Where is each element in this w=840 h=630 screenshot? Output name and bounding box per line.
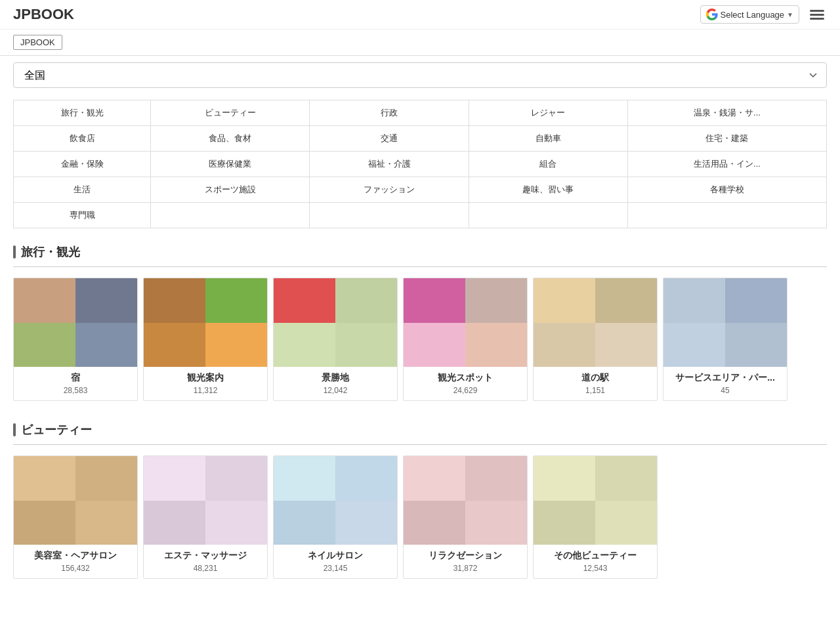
- breadcrumb-item[interactable]: JPBOOK: [13, 35, 62, 50]
- card-beauty-4[interactable]: リラクゼーション 31,872: [403, 455, 528, 579]
- card-kanko-spot[interactable]: 観光スポット 24,629: [403, 278, 528, 401]
- card-service-area-name: サービスエリア・パー...: [669, 372, 782, 384]
- card-michi-no-eki-image: [534, 278, 657, 367]
- category-empty-1: [151, 203, 310, 228]
- card-kanko-annai-name: 観光案内: [149, 372, 262, 384]
- category-sports[interactable]: スポーツ施設: [151, 177, 310, 203]
- card-beauty-1[interactable]: 美容室・ヘアサロン 156,432: [13, 455, 138, 579]
- card-beauty-5-count: 12,543: [539, 564, 652, 573]
- language-select-label: Select Language: [721, 10, 785, 20]
- card-yado-name: 宿: [19, 372, 132, 384]
- card-beauty-1-image: [14, 456, 137, 545]
- card-keishochi-count: 12,042: [279, 386, 392, 395]
- beauty-divider: [13, 444, 827, 445]
- card-yado-count: 28,583: [19, 386, 132, 395]
- category-admin[interactable]: 行政: [310, 100, 469, 126]
- card-yado[interactable]: 宿 28,583: [13, 278, 138, 401]
- region-selector[interactable]: 全国: [13, 62, 827, 88]
- category-hobby[interactable]: 趣味、習い事: [469, 177, 627, 203]
- card-beauty-5-image: [534, 456, 657, 545]
- google-icon: [706, 9, 718, 20]
- category-leisure[interactable]: レジャー: [469, 100, 627, 126]
- category-row-3: 金融・保険 医療保健業 福祉・介護 組合 生活用品・イン...: [14, 152, 827, 177]
- card-kanko-annai[interactable]: 観光案内 11,312: [143, 278, 268, 401]
- category-union[interactable]: 組合: [469, 152, 627, 177]
- card-keishochi[interactable]: 景勝地 12,042: [273, 278, 398, 401]
- language-selector[interactable]: Select Language ▼: [700, 5, 800, 24]
- card-service-area[interactable]: サービスエリア・パー... 45: [663, 278, 788, 401]
- category-school[interactable]: 各種学校: [627, 177, 826, 203]
- card-service-area-image: [663, 278, 787, 367]
- category-empty-4: [627, 203, 826, 228]
- category-empty-3: [469, 203, 627, 228]
- card-beauty-1-name: 美容室・ヘアサロン: [19, 550, 132, 562]
- card-kanko-spot-name: 観光スポット: [409, 372, 522, 384]
- card-beauty-5[interactable]: その他ビューティー 12,543: [533, 455, 658, 579]
- card-beauty-2-name: エステ・マッサージ: [149, 550, 262, 562]
- category-transport[interactable]: 交通: [310, 126, 469, 152]
- category-housing[interactable]: 住宅・建築: [627, 126, 826, 152]
- card-beauty-4-image: [404, 456, 527, 545]
- beauty-section: ビューティー: [0, 411, 840, 438]
- travel-section-title: 旅行・観光: [13, 244, 827, 260]
- card-michi-no-eki[interactable]: 道の駅 1,151: [533, 278, 658, 401]
- card-beauty-3-image: [274, 456, 397, 545]
- beauty-section-title: ビューティー: [13, 422, 827, 438]
- category-restaurant[interactable]: 飲食店: [14, 126, 151, 152]
- category-life[interactable]: 生活: [14, 177, 151, 203]
- language-dropdown-arrow: ▼: [787, 11, 793, 18]
- category-finance[interactable]: 金融・保険: [14, 152, 151, 177]
- card-service-area-count: 45: [669, 386, 782, 395]
- card-beauty-3[interactable]: ネイルサロン 23,145: [273, 455, 398, 579]
- card-michi-no-eki-name: 道の駅: [539, 372, 652, 384]
- menu-icon[interactable]: [807, 7, 827, 22]
- header-right: Select Language ▼: [700, 5, 828, 24]
- category-table: 旅行・観光 ビューティー 行政 レジャー 温泉・銭湯・サ... 飲食店 食品、食…: [13, 100, 827, 228]
- card-kanko-spot-count: 24,629: [409, 386, 522, 395]
- breadcrumb-bar: JPBOOK: [0, 30, 840, 56]
- category-beauty[interactable]: ビューティー: [151, 100, 310, 126]
- menu-line-2: [810, 14, 824, 16]
- category-row-5: 専門職: [14, 203, 827, 228]
- category-professional[interactable]: 専門職: [14, 203, 151, 228]
- category-car[interactable]: 自動車: [469, 126, 627, 152]
- category-empty-2: [310, 203, 469, 228]
- beauty-card-grid: 美容室・ヘアサロン 156,432 エステ・マッサージ 48,231 ネイルサロ…: [0, 455, 840, 589]
- card-beauty-4-name: リラクゼーション: [409, 550, 522, 562]
- card-beauty-2-image: [144, 456, 267, 545]
- travel-divider: [13, 266, 827, 267]
- category-table-wrap: 旅行・観光 ビューティー 行政 レジャー 温泉・銭湯・サ... 飲食店 食品、食…: [0, 94, 840, 234]
- site-logo[interactable]: JPBOOK: [13, 6, 74, 23]
- category-row-4: 生活 スポーツ施設 ファッション 趣味、習い事 各種学校: [14, 177, 827, 203]
- card-keishochi-name: 景勝地: [279, 372, 392, 384]
- card-beauty-3-count: 23,145: [279, 564, 392, 573]
- category-row-1: 旅行・観光 ビューティー 行政 レジャー 温泉・銭湯・サ...: [14, 100, 827, 126]
- card-kanko-spot-image: [404, 278, 527, 367]
- category-welfare[interactable]: 福祉・介護: [310, 152, 469, 177]
- category-fashion[interactable]: ファッション: [310, 177, 469, 203]
- category-food[interactable]: 食品、食材: [151, 126, 310, 152]
- card-beauty-5-name: その他ビューティー: [539, 550, 652, 562]
- card-beauty-2-count: 48,231: [149, 564, 262, 573]
- category-row-2: 飲食店 食品、食材 交通 自動車 住宅・建築: [14, 126, 827, 152]
- menu-line-3: [810, 18, 824, 20]
- card-kanko-annai-image: [144, 278, 267, 367]
- card-beauty-2[interactable]: エステ・マッサージ 48,231: [143, 455, 268, 579]
- menu-line-1: [810, 10, 824, 12]
- category-medical[interactable]: 医療保健業: [151, 152, 310, 177]
- category-travel[interactable]: 旅行・観光: [14, 100, 151, 126]
- header: JPBOOK Select Language ▼: [0, 0, 840, 30]
- card-keishochi-image: [274, 278, 397, 367]
- card-beauty-3-name: ネイルサロン: [279, 550, 392, 562]
- card-beauty-1-count: 156,432: [19, 564, 132, 573]
- card-kanko-annai-count: 11,312: [149, 386, 262, 395]
- travel-card-grid: 宿 28,583 観光案内 11,312 景勝地 12,042 観光スポット 2…: [0, 278, 840, 411]
- card-michi-no-eki-count: 1,151: [539, 386, 652, 395]
- category-goods[interactable]: 生活用品・イン...: [627, 152, 826, 177]
- travel-section: 旅行・観光: [0, 234, 840, 260]
- region-selector-wrap: 全国: [0, 56, 840, 94]
- card-yado-image: [14, 278, 137, 367]
- card-beauty-4-count: 31,872: [409, 564, 522, 573]
- category-spa[interactable]: 温泉・銭湯・サ...: [627, 100, 826, 126]
